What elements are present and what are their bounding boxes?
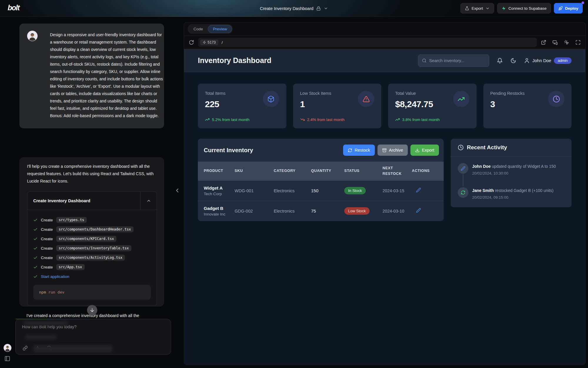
product-quantity[interactable]: 150: [311, 180, 344, 201]
bolt-logo[interactable]: bolt: [8, 4, 19, 12]
product-supplier: Innovate Inc: [204, 212, 233, 216]
step-action: Create: [41, 265, 53, 269]
activity-list: John Doe updated quantity of Widget A to…: [451, 157, 572, 207]
bulk-action-icon: [382, 148, 387, 152]
project-menu[interactable]: Create Inventory Dashboard: [260, 0, 328, 17]
product-quantity[interactable]: 75: [311, 201, 344, 221]
plan-collapse-button[interactable]: [140, 192, 157, 210]
column-header: SKU: [235, 162, 274, 180]
plan-step: Create src/types.ts: [33, 215, 151, 225]
trend-text: 2.4% from last month: [307, 117, 345, 122]
device-preview-icon[interactable]: [552, 40, 558, 45]
activity-item: John Doe updated quantity of Widget A to…: [458, 163, 566, 175]
next-restock-date: 2024-03-15: [382, 180, 412, 201]
restock-button[interactable]: Restock: [343, 145, 375, 156]
check-icon: [33, 246, 38, 251]
lock-icon: [316, 6, 321, 11]
tab-preview[interactable]: Preview: [208, 25, 232, 33]
sidebar-toggle-icon[interactable]: [4, 356, 10, 362]
rocket-icon: [558, 6, 563, 11]
check-icon: [33, 237, 38, 241]
deploy-button[interactable]: Deploy: [554, 3, 583, 14]
kpi-card: Low Stock Items 1 2.4% from last month: [293, 84, 382, 128]
kpi-card: Pending Restocks 3: [483, 84, 572, 128]
dashboard-title: Inventory Dashboard: [198, 56, 271, 65]
inventory-search[interactable]: [418, 54, 489, 67]
step-file-chip[interactable]: src/components/InventoryTable.tsx: [56, 245, 131, 251]
step-file-chip[interactable]: src/App.tsx: [56, 264, 85, 270]
activity-time: 20/02/2024, 09:15:00: [472, 195, 553, 200]
activity-action: restocked Gadget B (+100 units): [495, 188, 553, 193]
activity-section: Recent Activity John Doe updated quantit…: [451, 139, 572, 207]
pencil-icon: [461, 166, 465, 171]
attach-link-icon[interactable]: [23, 346, 28, 351]
search-input[interactable]: [429, 58, 485, 63]
export-button[interactable]: Export: [460, 3, 494, 14]
url-path: /: [222, 40, 223, 45]
export-button[interactable]: Export: [410, 145, 439, 156]
archive-button[interactable]: Archive: [377, 145, 408, 156]
collapse-chat-handle[interactable]: [174, 187, 181, 194]
trend-text: 3.8% from last month: [402, 117, 440, 122]
edit-pencil-icon[interactable]: [416, 208, 421, 213]
preview-urlbar: 5173 /: [184, 36, 585, 49]
product-name: Widget A: [204, 185, 233, 190]
dashboard-header-actions: John Doe admin: [418, 54, 572, 67]
user-message: Design a responsive and user-friendly in…: [19, 24, 164, 128]
fullscreen-icon[interactable]: [575, 40, 581, 45]
start-application-link[interactable]: Start application: [41, 274, 69, 279]
activity-time: 20/02/2024, 10:30:00: [472, 171, 556, 175]
upload-icon: [465, 6, 469, 11]
edit-pencil-icon[interactable]: [416, 188, 421, 193]
bulk-action-icon: [348, 148, 352, 152]
urlbar-actions: [541, 40, 581, 45]
blurred-content: [24, 321, 68, 326]
tab-code[interactable]: Code: [188, 25, 208, 33]
bulk-action-icon: [415, 148, 420, 152]
url-field[interactable]: 5173 /: [198, 38, 537, 47]
step-file-chip[interactable]: src/components/DashboardHeader.tsx: [56, 226, 134, 232]
trend-icon: [205, 117, 210, 122]
clock-icon: [458, 145, 464, 150]
column-header: Next Restock: [382, 162, 412, 180]
dashboard-header: Inventory Dashboard John Doe admin: [184, 49, 585, 72]
connect-supabase-button[interactable]: Connect to Supabase: [497, 3, 551, 14]
plan-steps: Create src/types.ts Create src/component…: [33, 215, 151, 272]
column-header: Quantity: [311, 162, 344, 180]
topbar: bolt Create Inventory Dashboard Export C…: [0, 0, 588, 17]
kpi-icon-circle: [263, 91, 279, 107]
product-sku: WDG-001: [235, 180, 274, 201]
chat-input-box: [15, 319, 171, 355]
arrow-down-icon: [89, 307, 95, 313]
inventory-section: Current Inventory Restock Archive Export…: [198, 139, 444, 221]
step-action: Create: [41, 246, 53, 251]
step-file-chip[interactable]: src/types.ts: [56, 217, 87, 223]
user-avatar: [27, 31, 38, 41]
bell-icon[interactable]: [497, 58, 503, 64]
scroll-to-bottom-button[interactable]: [87, 305, 97, 315]
activity-action: updated quantity of Widget A to 150: [492, 164, 556, 169]
account-avatar[interactable]: [4, 344, 11, 352]
column-header: Status: [344, 162, 382, 180]
plan-header: Create Inventory Dashboard: [27, 192, 157, 210]
open-external-icon[interactable]: [541, 40, 546, 45]
activity-icon-circle: [458, 187, 468, 198]
chevron-down-icon[interactable]: [324, 6, 328, 11]
inspect-cursor-icon[interactable]: [564, 40, 569, 45]
reload-icon[interactable]: [189, 40, 194, 45]
trend-icon: [300, 117, 305, 122]
inventory-row: Gadget B Innovate Inc GDG-002 Electronic…: [198, 201, 444, 221]
assistant-message: I'll help you create a comprehensive inv…: [19, 157, 164, 306]
step-file-chip[interactable]: src/components/KPICard.tsx: [56, 236, 117, 242]
preview-panel: Code Preview 5173 / Inventory Dashboard: [184, 22, 586, 365]
check-icon: [33, 274, 38, 279]
product-category: Electronics: [274, 180, 311, 201]
chat-panel: Design a responsive and user-friendly in…: [0, 17, 181, 368]
chevron-up-icon: [146, 198, 151, 203]
plan-step: Create src/components/DashboardHeader.ts…: [33, 225, 151, 234]
step-file-chip[interactable]: src/components/ActivityLog.tsx: [56, 255, 125, 261]
dark-mode-toggle-icon[interactable]: [510, 58, 516, 64]
check-icon: [33, 265, 38, 269]
search-icon: [422, 58, 427, 63]
plan-step: Create src/components/ActivityLog.tsx: [33, 253, 151, 262]
